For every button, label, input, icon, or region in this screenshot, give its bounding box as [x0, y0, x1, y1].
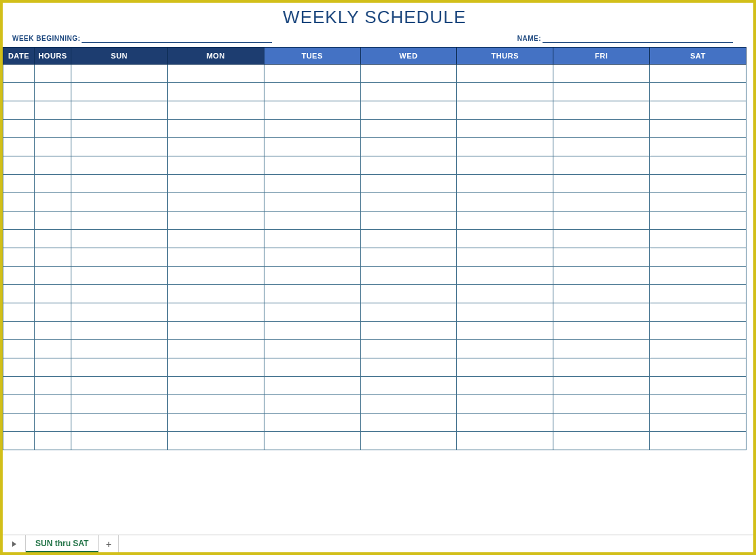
cell[interactable] [71, 285, 168, 303]
cell[interactable] [264, 303, 360, 322]
cell[interactable] [650, 138, 746, 156]
cell[interactable] [360, 156, 457, 175]
cell[interactable] [3, 248, 35, 267]
cell[interactable] [71, 230, 168, 248]
cell[interactable] [360, 65, 457, 83]
cell[interactable] [264, 432, 360, 450]
cell[interactable] [35, 267, 71, 285]
cell[interactable] [457, 120, 553, 138]
cell[interactable] [3, 432, 35, 450]
cell[interactable] [71, 193, 168, 212]
cell[interactable] [167, 101, 264, 120]
cell[interactable] [360, 193, 457, 212]
cell[interactable] [167, 432, 264, 450]
cell[interactable] [3, 358, 35, 377]
cell[interactable] [650, 65, 746, 83]
cell[interactable] [167, 65, 264, 83]
cell[interactable] [3, 138, 35, 156]
cell[interactable] [264, 267, 360, 285]
cell[interactable] [457, 65, 553, 83]
cell[interactable] [553, 248, 650, 267]
cell[interactable] [650, 414, 746, 432]
cell[interactable] [650, 395, 746, 414]
cell[interactable] [3, 395, 35, 414]
cell[interactable] [264, 322, 360, 340]
cell[interactable] [167, 138, 264, 156]
cell[interactable] [457, 230, 553, 248]
cell[interactable] [71, 101, 168, 120]
cell[interactable] [167, 395, 264, 414]
cell[interactable] [3, 267, 35, 285]
cell[interactable] [553, 303, 650, 322]
cell[interactable] [3, 414, 35, 432]
cell[interactable] [3, 156, 35, 175]
cell[interactable] [35, 212, 71, 230]
cell[interactable] [167, 322, 264, 340]
cell[interactable] [650, 101, 746, 120]
cell[interactable] [360, 414, 457, 432]
cell[interactable] [3, 377, 35, 395]
cell[interactable] [264, 230, 360, 248]
cell[interactable] [264, 120, 360, 138]
cell[interactable] [3, 230, 35, 248]
col-header-mon[interactable]: MON [167, 48, 264, 65]
col-header-wed[interactable]: WED [360, 48, 457, 65]
name-field[interactable]: NAME: [517, 35, 733, 43]
cell[interactable] [71, 65, 168, 83]
cell[interactable] [553, 83, 650, 101]
cell[interactable] [457, 101, 553, 120]
cell[interactable] [360, 358, 457, 377]
cell[interactable] [71, 83, 168, 101]
cell[interactable] [650, 193, 746, 212]
cell[interactable] [553, 432, 650, 450]
cell[interactable] [650, 175, 746, 193]
cell[interactable] [360, 212, 457, 230]
cell[interactable] [167, 248, 264, 267]
add-sheet-button[interactable]: + [99, 535, 119, 552]
cell[interactable] [167, 193, 264, 212]
cell[interactable] [360, 377, 457, 395]
cell[interactable] [553, 65, 650, 83]
col-header-hours[interactable]: HOURS [35, 48, 71, 65]
cell[interactable] [457, 432, 553, 450]
cell[interactable] [553, 358, 650, 377]
cell[interactable] [264, 175, 360, 193]
cell[interactable] [264, 414, 360, 432]
cell[interactable] [457, 193, 553, 212]
cell[interactable] [3, 303, 35, 322]
cell[interactable] [71, 432, 168, 450]
cell[interactable] [650, 432, 746, 450]
cell[interactable] [3, 322, 35, 340]
cell[interactable] [360, 230, 457, 248]
cell[interactable] [71, 138, 168, 156]
cell[interactable] [553, 230, 650, 248]
schedule-table[interactable]: DATE HOURS SUN MON TUES WED THURS FRI SA… [3, 47, 746, 450]
cell[interactable] [71, 303, 168, 322]
cell[interactable] [35, 285, 71, 303]
cell[interactable] [360, 285, 457, 303]
cell[interactable] [35, 65, 71, 83]
cell[interactable] [35, 395, 71, 414]
cell[interactable] [264, 138, 360, 156]
cell[interactable] [167, 377, 264, 395]
col-header-sat[interactable]: SAT [650, 48, 746, 65]
cell[interactable] [360, 432, 457, 450]
cell[interactable] [264, 395, 360, 414]
cell[interactable] [3, 120, 35, 138]
cell[interactable] [71, 212, 168, 230]
cell[interactable] [360, 248, 457, 267]
cell[interactable] [35, 322, 71, 340]
cell[interactable] [264, 358, 360, 377]
cell[interactable] [360, 120, 457, 138]
cell[interactable] [3, 83, 35, 101]
col-header-sun[interactable]: SUN [71, 48, 168, 65]
cell[interactable] [264, 193, 360, 212]
col-header-thurs[interactable]: THURS [457, 48, 553, 65]
cell[interactable] [264, 83, 360, 101]
cell[interactable] [264, 65, 360, 83]
cell[interactable] [360, 101, 457, 120]
cell[interactable] [35, 358, 71, 377]
cell[interactable] [35, 303, 71, 322]
cell[interactable] [71, 377, 168, 395]
cell[interactable] [3, 175, 35, 193]
